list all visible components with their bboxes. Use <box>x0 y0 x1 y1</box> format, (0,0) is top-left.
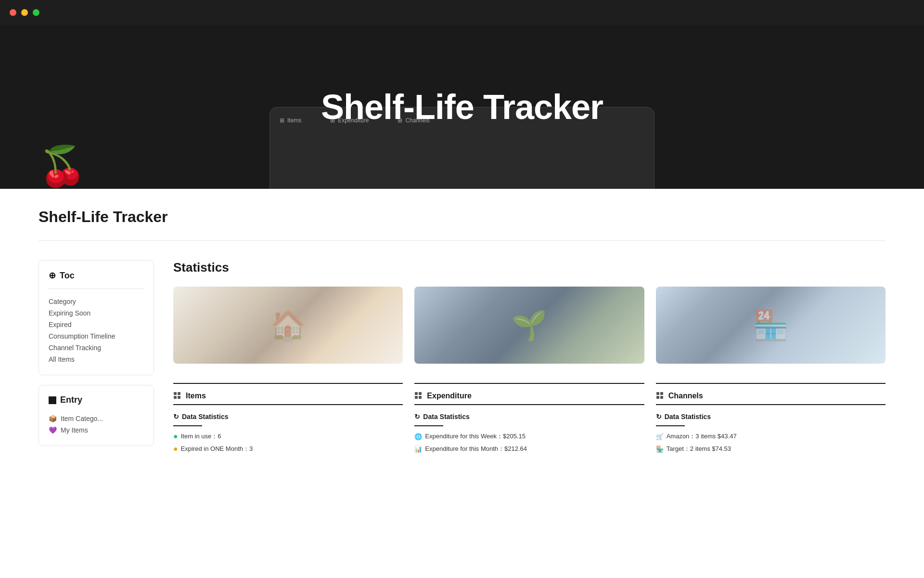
main-layout: ⊕ Toc Category Expiring Soon Expired Con… <box>38 260 886 457</box>
svg-rect-1 <box>178 392 180 395</box>
sidebar-item-channel-tracking[interactable]: Channel Tracking <box>49 342 144 354</box>
sidebar: ⊕ Toc Category Expiring Soon Expired Con… <box>38 260 154 446</box>
channels-data-stats: ↻ Data Statistics <box>656 413 886 420</box>
svg-rect-4 <box>415 392 418 395</box>
maximize-button[interactable] <box>33 9 39 16</box>
entry-item-my-items-label: My Items <box>61 426 88 434</box>
target-icon: 🏪 <box>656 446 664 453</box>
expenditure-stat-0: 🌐 Expenditure for this Week：$205.15 <box>414 432 644 441</box>
expenditure-column-label: Expenditure <box>427 392 471 400</box>
items-column-header: Items <box>173 392 403 405</box>
channels-column-header: Channels <box>656 392 886 405</box>
kitchen-image <box>173 287 403 364</box>
items-stat-1: ● Expired in ONE Month：3 <box>173 445 403 453</box>
expenditure-grid-icon <box>414 392 423 400</box>
content-area: Statistics <box>173 260 886 457</box>
items-refresh-icon: ↻ <box>173 413 179 420</box>
svg-rect-2 <box>174 396 177 399</box>
toc-title: ⊕ Toc <box>49 270 144 281</box>
green-dot-0: ● <box>173 432 178 441</box>
svg-rect-9 <box>660 392 663 395</box>
store-image <box>656 287 886 364</box>
sidebar-item-expired[interactable]: Expired <box>49 319 144 330</box>
main-divider <box>38 240 886 241</box>
items-grid-icon <box>173 392 182 400</box>
toc-divider <box>49 289 144 289</box>
items-column-label: Items <box>186 392 206 400</box>
coins-image <box>414 287 644 364</box>
svg-rect-6 <box>415 396 418 399</box>
hero-title: Shelf-Life Tracker <box>321 87 603 127</box>
entry-title: Entry <box>49 395 144 405</box>
entry-card: Entry 📦 Item Catego... 💜 My Items <box>38 385 154 446</box>
items-stat-0: ● Item in use：6 <box>173 432 403 441</box>
entry-item-category[interactable]: 📦 Item Catego... <box>49 413 144 424</box>
expenditure-icon-0: 🌐 <box>414 433 422 440</box>
hero-banner: Shelf-Life Tracker ⊞Items ⊞Expenditure ⊞… <box>0 25 924 189</box>
toc-card: ⊕ Toc Category Expiring Soon Expired Con… <box>38 260 154 375</box>
sidebar-item-consumption-timeline[interactable]: Consumption Timeline <box>49 330 144 342</box>
svg-rect-5 <box>419 392 422 395</box>
toc-icon: ⊕ <box>49 270 56 281</box>
entry-item-my-items[interactable]: 💜 My Items <box>49 424 144 436</box>
category-emoji: 📦 <box>49 415 57 422</box>
page-content: Shelf-Life Tracker ⊕ Toc Category Expiri… <box>0 189 924 476</box>
close-button[interactable] <box>10 9 16 16</box>
sidebar-item-all-items[interactable]: All Items <box>49 354 144 365</box>
statistics-title: Statistics <box>173 260 886 275</box>
svg-rect-8 <box>656 392 659 395</box>
channels-data-divider <box>656 425 685 426</box>
minimize-button[interactable] <box>21 9 28 16</box>
page-title: Shelf-Life Tracker <box>38 208 886 226</box>
image-row <box>173 287 886 364</box>
cherry-decoration: 🍒 <box>38 144 87 189</box>
expenditure-data-divider <box>414 425 443 426</box>
items-data-divider <box>173 425 202 426</box>
my-items-emoji: 💜 <box>49 426 57 434</box>
expenditure-data-stats: ↻ Data Statistics <box>414 413 644 420</box>
channels-refresh-icon: ↻ <box>656 413 662 420</box>
sidebar-item-category[interactable]: Category <box>49 296 144 307</box>
stats-columns: Items ↻ Data Statistics ● Item in use：6 … <box>173 383 886 457</box>
svg-rect-3 <box>178 396 180 399</box>
expenditure-refresh-icon: ↻ <box>414 413 420 420</box>
expenditure-stat-1: 📊 Expenditure for this Month：$212.64 <box>414 445 644 453</box>
items-data-stats: ↻ Data Statistics <box>173 413 403 420</box>
orange-dot-0: ● <box>173 445 178 453</box>
svg-rect-7 <box>419 396 422 399</box>
channels-stat-1: 🏪 Target：2 items $74.53 <box>656 445 886 453</box>
mockup-tab-items: ⊞Items <box>280 117 301 124</box>
entry-icon <box>49 396 56 404</box>
sidebar-item-expiring-soon[interactable]: Expiring Soon <box>49 307 144 319</box>
title-bar <box>0 0 924 25</box>
svg-rect-10 <box>656 396 659 399</box>
channels-column-label: Channels <box>668 392 703 400</box>
amazon-icon: 🛒 <box>656 433 664 440</box>
channels-grid-icon <box>656 392 665 400</box>
items-column: Items ↻ Data Statistics ● Item in use：6 … <box>173 383 403 457</box>
expenditure-icon-1: 📊 <box>414 446 422 453</box>
channels-column: Channels ↻ Data Statistics 🛒 Amazon：3 it… <box>656 383 886 457</box>
entry-item-category-label: Item Catego... <box>61 415 103 422</box>
svg-rect-0 <box>174 392 177 395</box>
svg-rect-11 <box>660 396 663 399</box>
expenditure-column: Expenditure ↻ Data Statistics 🌐 Expendit… <box>414 383 644 457</box>
channels-stat-0: 🛒 Amazon：3 items $43.47 <box>656 432 886 441</box>
expenditure-column-header: Expenditure <box>414 392 644 405</box>
